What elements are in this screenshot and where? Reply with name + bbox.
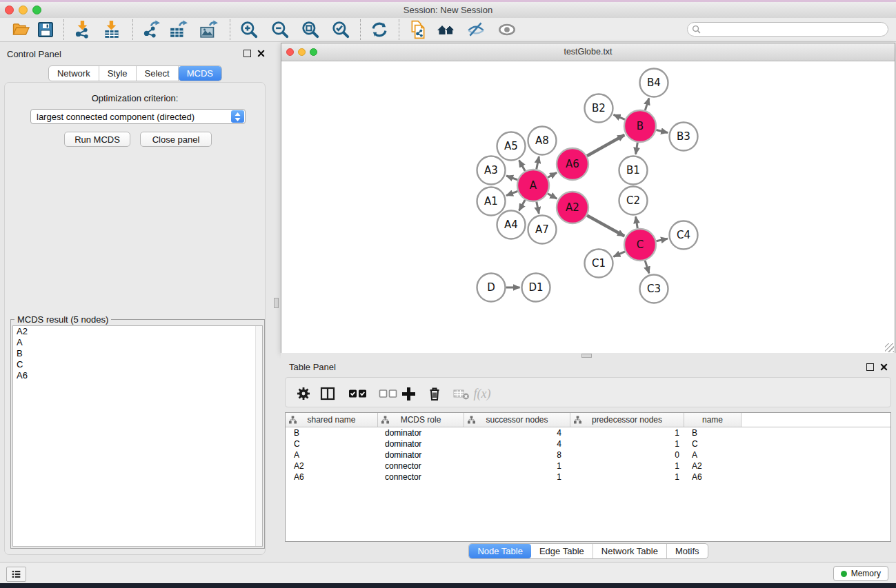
table-cell[interactable]: C	[684, 439, 741, 449]
tab-mcds[interactable]: MCDS	[179, 66, 221, 81]
eye-slash-icon[interactable]	[465, 20, 487, 39]
graph-node-A3[interactable]: A3	[477, 156, 506, 185]
tab-select[interactable]: Select	[137, 66, 179, 81]
zoom-in-icon[interactable]	[238, 20, 260, 39]
graph-edge-A-A7[interactable]	[537, 202, 539, 214]
eye-icon[interactable]	[496, 20, 518, 39]
document-share-icon[interactable]	[407, 20, 429, 39]
add-column-icon[interactable]	[399, 385, 417, 403]
column-header-MCDS-role[interactable]: MCDS role	[378, 413, 464, 427]
table-tab-edge-table[interactable]: Edge Table	[531, 544, 593, 558]
graph-node-D1[interactable]: D1	[522, 274, 550, 302]
graph-edge-A6-B[interactable]	[587, 135, 624, 156]
zoom-out-icon[interactable]	[269, 20, 291, 39]
delete-table-icon[interactable]	[452, 385, 470, 403]
gear-icon[interactable]	[295, 385, 312, 403]
table-row[interactable]: Bdominator41B	[286, 427, 890, 438]
refresh-layout-icon[interactable]	[368, 20, 390, 39]
graph-node-C[interactable]: C	[624, 229, 656, 261]
table-row[interactable]: A2connector11A2	[286, 460, 890, 472]
table-cell[interactable]: dominator	[378, 439, 464, 449]
table-cell[interactable]: 8	[464, 450, 570, 460]
task-history-button[interactable]	[6, 567, 26, 582]
table-cell[interactable]: 1	[464, 461, 570, 471]
tab-network[interactable]: Network	[49, 66, 99, 81]
double-home-icon[interactable]	[435, 20, 457, 39]
table-row[interactable]: Cdominator41C	[286, 438, 890, 449]
select-all-icon[interactable]	[348, 385, 368, 403]
resize-grip[interactable]	[885, 343, 894, 352]
graph-edge-B-B2[interactable]	[614, 114, 625, 119]
graph-node-D[interactable]: D	[477, 274, 506, 302]
graph-node-A4[interactable]: A4	[497, 211, 526, 239]
table-cell[interactable]: A	[684, 450, 741, 460]
table-cell[interactable]: 1	[570, 439, 684, 449]
graph-edge-A-A1[interactable]	[506, 191, 518, 195]
table-row[interactable]: A6connector11A6	[286, 472, 890, 483]
graph-node-C3[interactable]: C3	[640, 275, 668, 303]
table-tab-motifs[interactable]: Motifs	[667, 544, 708, 558]
graph-edge-C-C1[interactable]	[613, 252, 625, 257]
mcds-result-item[interactable]: A6	[13, 370, 262, 381]
table-row[interactable]: Adominator80A	[286, 449, 890, 460]
run-mcds-button[interactable]: Run MCDS	[64, 132, 130, 147]
optimization-dropdown[interactable]: largest connected component (directed)	[30, 109, 246, 124]
graph-node-B[interactable]: B	[624, 110, 656, 142]
graph-node-C1[interactable]: C1	[585, 250, 613, 278]
column-header-predecessor-nodes[interactable]: predecessor nodes	[570, 413, 684, 427]
split-column-icon[interactable]	[319, 385, 337, 403]
table-cell[interactable]: connector	[378, 461, 464, 471]
save-session-icon[interactable]	[34, 20, 57, 39]
graph-edge-A-A2[interactable]	[548, 194, 557, 199]
graph-edge-A-A3[interactable]	[506, 176, 517, 180]
graph-edge-A-A4[interactable]	[519, 200, 526, 211]
table-cell[interactable]: connector	[378, 472, 464, 482]
graph-edge-B-B1[interactable]	[636, 143, 638, 154]
table-cell[interactable]: 1	[570, 461, 684, 471]
graph-node-C4[interactable]: C4	[670, 221, 698, 250]
divider-handle[interactable]	[581, 354, 592, 358]
graph-edge-A-A5[interactable]	[519, 160, 526, 171]
table-cell[interactable]: 1	[570, 428, 684, 438]
zoom-fit-icon[interactable]	[299, 20, 321, 39]
network-canvas[interactable]: B4B2BB3A5A8A6A3B1AA1C2A2A4A7C4CC1C3DD1	[281, 61, 895, 353]
mcds-result-item[interactable]: A2	[13, 326, 262, 337]
graph-node-A7[interactable]: A7	[528, 216, 557, 244]
divider-handle[interactable]	[274, 298, 279, 308]
column-header-name[interactable]: name	[684, 413, 741, 427]
graph-edge-A-A6[interactable]	[548, 172, 557, 177]
graph-node-A1[interactable]: A1	[477, 187, 506, 216]
mcds-result-item[interactable]: C	[13, 359, 262, 370]
graph-edge-B-B3[interactable]	[656, 130, 668, 133]
column-header-successor-nodes[interactable]: successor nodes	[464, 413, 570, 427]
graph-node-B2[interactable]: B2	[585, 94, 613, 123]
import-table-icon[interactable]	[101, 20, 123, 39]
float-panel-icon[interactable]	[243, 50, 251, 57]
zoom-selected-icon[interactable]	[330, 20, 352, 39]
network-window-titlebar[interactable]: testGlobe.txt	[281, 43, 895, 61]
table-cell[interactable]: B	[684, 428, 741, 438]
open-session-icon[interactable]	[10, 20, 32, 39]
delete-column-icon[interactable]	[426, 385, 444, 403]
table-cell[interactable]: A6	[286, 472, 378, 482]
export-table-icon[interactable]	[168, 20, 190, 39]
table-cell[interactable]: dominator	[378, 450, 464, 460]
table-cell[interactable]: A2	[286, 461, 378, 471]
graph-edge-B-B4[interactable]	[645, 98, 649, 110]
table-tab-network-table[interactable]: Network Table	[593, 544, 667, 558]
mcds-result-item[interactable]: B	[13, 348, 262, 359]
scrollbar-track[interactable]	[255, 326, 262, 546]
graph-node-B4[interactable]: B4	[640, 69, 668, 97]
table-cell[interactable]: A	[286, 450, 378, 460]
graph-edge-C-C3[interactable]	[645, 261, 649, 274]
table-cell[interactable]: 0	[570, 450, 684, 460]
graph-edge-A2-C[interactable]	[587, 216, 624, 236]
table-cell[interactable]: 1	[570, 472, 684, 482]
graph-node-A[interactable]: A	[517, 170, 549, 201]
table-cell[interactable]: 4	[464, 439, 570, 449]
float-panel-icon[interactable]	[866, 363, 874, 371]
table-cell[interactable]: B	[286, 428, 378, 438]
search-field[interactable]	[687, 22, 888, 37]
table-cell[interactable]: C	[286, 439, 378, 449]
table-tab-node-table[interactable]: Node Table	[469, 544, 531, 558]
